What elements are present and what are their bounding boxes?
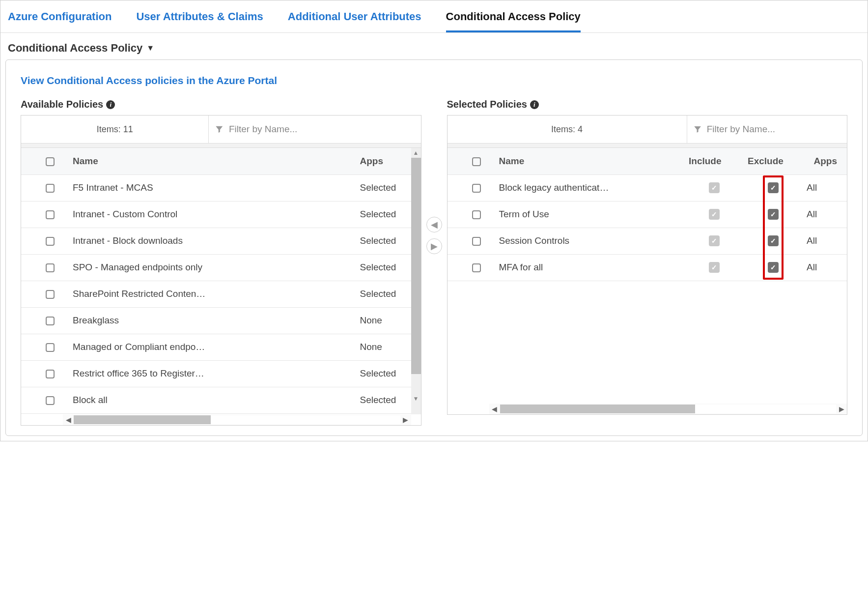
row-checkbox[interactable]: [46, 370, 55, 378]
selected-table: Items: 4: [447, 115, 848, 415]
table-row[interactable]: Intranet - Block downloads Selected: [21, 228, 421, 254]
select-all-checkbox[interactable]: [472, 157, 481, 166]
info-icon[interactable]: i: [530, 100, 539, 109]
policy-apps: None: [356, 334, 410, 360]
available-header-row: Name Apps: [21, 148, 421, 174]
row-checkbox[interactable]: [46, 184, 55, 193]
policy-name: Intranet - Custom Control: [69, 201, 356, 228]
available-policies-title: Available Policies: [21, 99, 103, 110]
policy-name: SharePoint Restricted Conten…: [69, 281, 356, 307]
policy-apps: Selected: [356, 387, 410, 413]
scroll-down-icon[interactable]: ▼: [411, 394, 421, 404]
policy-name: F5 Intranet - MCAS: [69, 174, 356, 201]
policy-name: Breakglass: [69, 307, 356, 334]
col-apps[interactable]: Apps: [356, 148, 410, 174]
policy-name: Block legacy authenticat…: [495, 174, 685, 201]
exclude-checkbox[interactable]: ✓: [768, 209, 779, 220]
policy-name: Session Controls: [495, 228, 685, 254]
policy-panel: View Conditional Access policies in the …: [5, 59, 863, 436]
policy-apps: All: [803, 228, 847, 254]
row-checkbox[interactable]: [46, 343, 55, 352]
filter-icon: [215, 124, 224, 134]
table-row[interactable]: Intranet - Custom Control Selected: [21, 201, 421, 228]
policy-name: Block all: [69, 387, 356, 413]
scroll-right-icon[interactable]: ▶: [836, 404, 847, 414]
table-row[interactable]: Breakglass None: [21, 307, 421, 334]
row-checkbox[interactable]: [46, 210, 55, 219]
filter-icon: [693, 124, 702, 134]
table-row[interactable]: SharePoint Restricted Conten… Selected: [21, 281, 421, 307]
app-container: Azure Configuration User Attributes & Cl…: [0, 0, 868, 441]
table-row[interactable]: SPO - Managed endpoints only Selected: [21, 254, 421, 281]
col-exclude[interactable]: Exclude: [744, 148, 803, 174]
table-row[interactable]: F5 Intranet - MCAS Selected: [21, 174, 421, 201]
policy-name: SPO - Managed endpoints only: [69, 254, 356, 281]
scroll-left-icon[interactable]: ◀: [63, 414, 74, 425]
row-checkbox[interactable]: [472, 237, 481, 246]
tab-additional-user-attributes[interactable]: Additional User Attributes: [288, 5, 421, 32]
col-name[interactable]: Name: [69, 148, 356, 174]
row-checkbox[interactable]: [472, 184, 481, 193]
tab-user-attributes-claims[interactable]: User Attributes & Claims: [136, 5, 263, 32]
scroll-left-icon[interactable]: ◀: [489, 404, 500, 414]
horizontal-scrollbar[interactable]: ◀ ▶: [489, 404, 847, 414]
col-include[interactable]: Include: [685, 148, 744, 174]
policy-apps: Selected: [356, 281, 410, 307]
exclude-checkbox[interactable]: ✓: [768, 262, 779, 273]
table-row[interactable]: Term of Use ✓ ✓ All: [448, 201, 847, 228]
policy-apps: None: [356, 307, 410, 334]
row-checkbox[interactable]: [46, 263, 55, 272]
scroll-up-icon[interactable]: ▲: [411, 148, 421, 158]
table-row[interactable]: Block Legacy clients (Office, I… Selecte…: [21, 413, 421, 414]
row-checkbox[interactable]: [46, 396, 55, 405]
policy-apps: All: [803, 201, 847, 228]
policy-apps: Selected: [356, 228, 410, 254]
col-name[interactable]: Name: [495, 148, 685, 174]
policy-apps: Selected: [356, 201, 410, 228]
transfer-buttons: ◀ ▶: [426, 99, 442, 254]
vertical-scrollbar[interactable]: ▲ ▼: [411, 148, 421, 414]
table-row[interactable]: Session Controls ✓ ✓ All: [448, 228, 847, 254]
main-tabs: Azure Configuration User Attributes & Cl…: [0, 0, 868, 33]
tab-conditional-access-policy[interactable]: Conditional Access Policy: [446, 5, 581, 32]
move-left-button[interactable]: ◀: [426, 217, 442, 232]
policy-apps: Selected: [356, 413, 410, 414]
horizontal-scrollbar[interactable]: ◀ ▶: [63, 414, 411, 425]
azure-portal-link[interactable]: View Conditional Access policies in the …: [21, 67, 847, 99]
include-checkbox: ✓: [709, 235, 720, 246]
row-checkbox[interactable]: [472, 210, 481, 219]
include-checkbox: ✓: [709, 182, 720, 193]
policy-apps: Selected: [356, 360, 410, 387]
include-checkbox: ✓: [709, 262, 720, 273]
info-icon[interactable]: i: [106, 100, 115, 109]
policy-name: Restrict office 365 to Register…: [69, 360, 356, 387]
policy-apps: All: [803, 174, 847, 201]
table-row[interactable]: Block legacy authenticat… ✓ ✓ All: [448, 174, 847, 201]
move-right-button[interactable]: ▶: [426, 238, 442, 254]
table-row[interactable]: Managed or Compliant endpo… None: [21, 334, 421, 360]
policy-name: Intranet - Block downloads: [69, 228, 356, 254]
include-checkbox: ✓: [709, 209, 720, 220]
table-row[interactable]: Restrict office 365 to Register… Selecte…: [21, 360, 421, 387]
section-toggle[interactable]: Conditional Access Policy ▼: [0, 33, 868, 57]
table-row[interactable]: MFA for all ✓ ✓ All: [448, 254, 847, 281]
policy-name: Term of Use: [495, 201, 685, 228]
policy-name: Managed or Compliant endpo…: [69, 334, 356, 360]
scroll-right-icon[interactable]: ▶: [400, 414, 411, 425]
selected-filter-input[interactable]: [707, 124, 841, 135]
selected-items-count: Items: 4: [448, 116, 687, 143]
select-all-checkbox[interactable]: [46, 157, 55, 166]
available-filter-input[interactable]: [229, 124, 415, 135]
available-table: Items: 11: [21, 115, 421, 426]
row-checkbox[interactable]: [46, 237, 55, 246]
exclude-checkbox[interactable]: ✓: [768, 182, 779, 193]
policy-apps: Selected: [356, 174, 410, 201]
tab-azure-configuration[interactable]: Azure Configuration: [8, 5, 112, 32]
available-items-count: Items: 11: [21, 116, 209, 143]
row-checkbox[interactable]: [472, 263, 481, 272]
row-checkbox[interactable]: [46, 317, 55, 325]
table-row[interactable]: Block all Selected: [21, 387, 421, 413]
row-checkbox[interactable]: [46, 290, 55, 299]
col-apps[interactable]: Apps: [803, 148, 847, 174]
exclude-checkbox[interactable]: ✓: [768, 235, 779, 246]
